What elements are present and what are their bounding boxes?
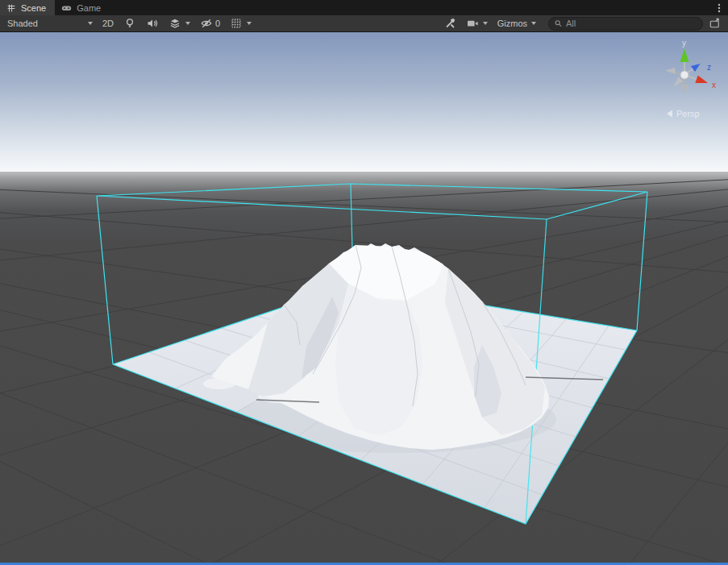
gizmo-z-label: z xyxy=(707,63,711,72)
gizmos-label: Gizmos xyxy=(497,19,527,28)
lightbulb-icon xyxy=(123,17,136,30)
speaker-icon xyxy=(146,17,159,30)
tab-game[interactable]: Game xyxy=(55,0,110,15)
scene-toolbar: Shaded 2D xyxy=(0,15,728,32)
grid-visibility-dropdown[interactable] xyxy=(226,17,256,31)
unity-scene-window: y z x Persp Scene Game xyxy=(0,0,728,565)
tabbar-spacer xyxy=(110,0,710,15)
camera-icon xyxy=(466,17,479,30)
tab-bar: Scene Game xyxy=(0,0,728,15)
sky xyxy=(0,29,728,172)
projection-label: Persp xyxy=(676,109,700,118)
audio-toggle[interactable] xyxy=(142,17,163,31)
chevron-down-icon xyxy=(185,22,190,25)
hammer-wrench-icon xyxy=(443,17,456,30)
tools-button[interactable] xyxy=(439,17,460,31)
eye-slash-icon xyxy=(200,17,213,30)
chevron-down-icon xyxy=(531,22,536,25)
layers-icon xyxy=(168,17,181,30)
window-popout-icon xyxy=(709,18,721,30)
scene-search-field[interactable] xyxy=(548,17,703,31)
chevron-down-icon xyxy=(247,22,252,25)
hidden-objects-toggle[interactable]: 0 xyxy=(196,17,224,31)
gizmos-dropdown[interactable]: Gizmos xyxy=(493,17,540,31)
kebab-menu-icon xyxy=(713,2,725,14)
gizmo-y-label: y xyxy=(682,39,686,48)
scene-grid-icon xyxy=(6,2,17,14)
shading-mode-label: Shaded xyxy=(7,19,38,28)
2d-toggle[interactable]: 2D xyxy=(98,17,118,31)
search-input[interactable] xyxy=(566,19,697,28)
gamepad-icon xyxy=(60,2,73,14)
magnifier-icon xyxy=(554,19,563,28)
popout-button[interactable] xyxy=(705,17,725,31)
camera-dropdown[interactable] xyxy=(462,17,492,31)
hidden-objects-count: 0 xyxy=(215,19,220,28)
tab-menu-button[interactable] xyxy=(710,0,728,15)
scene-viewport[interactable]: y z x Persp xyxy=(0,0,728,565)
chevron-down-icon xyxy=(88,22,93,25)
scene-lighting-toggle[interactable] xyxy=(119,17,140,31)
grid-icon xyxy=(230,17,243,30)
effects-dropdown[interactable] xyxy=(164,17,194,31)
gizmo-center[interactable] xyxy=(680,71,688,79)
chevron-down-icon xyxy=(483,22,488,25)
tab-game-label: Game xyxy=(77,3,101,13)
tab-scene-label: Scene xyxy=(21,3,46,13)
gizmo-x-label: x xyxy=(712,81,716,89)
shading-mode-dropdown[interactable]: Shaded xyxy=(3,17,97,31)
2d-toggle-label: 2D xyxy=(102,19,114,28)
tab-scene[interactable]: Scene xyxy=(0,0,55,15)
